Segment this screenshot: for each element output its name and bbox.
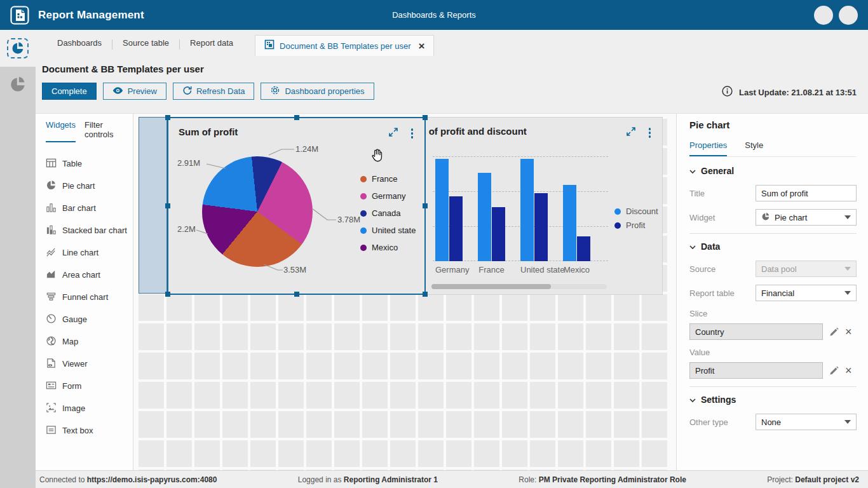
grid-cell bbox=[139, 323, 164, 350]
page-title: Document & BB Templates per user bbox=[42, 64, 858, 74]
slice-field[interactable]: Country bbox=[689, 323, 823, 340]
scrollbar-thumb[interactable] bbox=[431, 284, 551, 289]
widget-item-area-chart[interactable]: Area chart bbox=[46, 264, 133, 286]
chevron-down-icon bbox=[689, 395, 696, 405]
bar-chart-icon bbox=[46, 202, 57, 215]
pie-chart-widget[interactable]: Sum of profit bbox=[167, 117, 426, 295]
grid-cell bbox=[418, 353, 444, 379]
widget-item-gauge[interactable]: Gauge bbox=[46, 308, 133, 330]
tab-filter-controls[interactable]: Filter controls bbox=[85, 120, 133, 142]
tab-style[interactable]: Style bbox=[745, 140, 763, 156]
widget-menu-icon[interactable] bbox=[646, 127, 654, 139]
grid-cell bbox=[530, 323, 555, 350]
preview-button[interactable]: Preview bbox=[103, 83, 166, 100]
value-field[interactable]: Profit bbox=[689, 362, 823, 379]
grid-cell bbox=[222, 382, 248, 409]
gear-icon bbox=[270, 85, 280, 97]
widget-menu-icon[interactable] bbox=[409, 128, 416, 139]
tab-properties[interactable]: Properties bbox=[689, 140, 727, 156]
grid-cell bbox=[139, 411, 164, 438]
grid-cell bbox=[502, 440, 527, 467]
widget-item-text-box[interactable]: Text box bbox=[46, 419, 133, 442]
grid-cell bbox=[558, 382, 583, 409]
resize-handle[interactable] bbox=[423, 203, 428, 208]
hand-cursor-icon bbox=[370, 147, 384, 165]
tab-widgets[interactable]: Widgets bbox=[46, 120, 76, 142]
grid-cell bbox=[390, 440, 416, 467]
topbar-circle-button-2[interactable] bbox=[839, 6, 858, 25]
grid-cell bbox=[278, 440, 304, 467]
dashboard-properties-button[interactable]: Dashboard properties bbox=[261, 83, 374, 100]
grid-cell bbox=[222, 470, 248, 470]
expand-icon[interactable] bbox=[388, 127, 398, 140]
widget-item-form[interactable]: Form bbox=[46, 375, 133, 397]
bar-chart-widget[interactable]: Sum of profit and discount GermanyFrance… bbox=[412, 117, 663, 295]
remove-value-button[interactable]: × bbox=[845, 365, 852, 376]
edit-slice-button[interactable] bbox=[828, 326, 840, 338]
section-data[interactable]: Data bbox=[689, 241, 857, 252]
other-type-dropdown[interactable]: None bbox=[756, 414, 857, 430]
grid-cell bbox=[250, 411, 276, 438]
status-connected: Connected to https://demo.isis-papyrus.c… bbox=[39, 475, 217, 484]
resize-handle[interactable] bbox=[423, 115, 428, 120]
widget-item-funnel-chart[interactable]: Funnel chart bbox=[46, 286, 133, 308]
topbar-circle-button-1[interactable] bbox=[814, 6, 833, 25]
pie-chart-icon bbox=[761, 212, 770, 223]
widget-item-map[interactable]: Map bbox=[46, 330, 133, 353]
resize-handle[interactable] bbox=[423, 292, 428, 297]
widget-item-pie-chart[interactable]: Pie chart bbox=[46, 175, 133, 197]
resize-handle[interactable] bbox=[165, 203, 170, 208]
pie-chart-icon bbox=[46, 180, 57, 193]
grid-cell bbox=[446, 323, 471, 350]
widget-item-line-chart[interactable]: Line chart bbox=[46, 241, 133, 264]
widget-type-dropdown[interactable]: Pie chart bbox=[756, 209, 857, 226]
grid-cell bbox=[334, 382, 360, 409]
chevron-down-icon bbox=[689, 166, 696, 176]
resize-handle[interactable] bbox=[165, 292, 170, 297]
widget-item-bar-chart[interactable]: Bar chart bbox=[46, 197, 133, 219]
tab-source-table[interactable]: Source table bbox=[112, 38, 179, 56]
complete-button[interactable]: Complete bbox=[42, 83, 97, 100]
grid-cell bbox=[474, 353, 499, 379]
source-dropdown: Data pool bbox=[756, 261, 857, 277]
horizontal-scrollbar[interactable] bbox=[431, 284, 607, 289]
refresh-data-button[interactable]: Refresh Data bbox=[173, 83, 255, 100]
grid-cell bbox=[194, 470, 220, 470]
bar-group-germany bbox=[435, 159, 463, 261]
grid-cell bbox=[502, 470, 527, 470]
bar-categories: GermanyFranceUnited stateMexico bbox=[435, 265, 590, 274]
resize-handle[interactable] bbox=[294, 292, 299, 297]
grid-cell bbox=[166, 411, 192, 438]
section-general[interactable]: General bbox=[689, 166, 857, 176]
grid-cell bbox=[166, 323, 192, 350]
tab-document-bb-templates[interactable]: Document & BB Templates per user × bbox=[255, 35, 434, 56]
category-label: Mexico bbox=[563, 265, 590, 274]
grid-cell bbox=[586, 323, 611, 350]
grid-cell bbox=[530, 353, 555, 379]
grid-cell bbox=[362, 382, 388, 409]
section-settings[interactable]: Settings bbox=[689, 395, 857, 405]
rail-pie-chart-icon[interactable] bbox=[9, 76, 27, 96]
rail-dashboard-selected-icon[interactable] bbox=[7, 38, 29, 58]
remove-slice-button[interactable]: × bbox=[845, 326, 852, 337]
resize-handle[interactable] bbox=[165, 115, 170, 120]
tab-bar: Dashboards Source table Report data Docu… bbox=[36, 30, 868, 56]
grid-cell bbox=[558, 323, 583, 350]
widget-item-stacked-bar-chart[interactable]: Stacked bar chart bbox=[46, 219, 133, 241]
widget-item-viewer[interactable]: Viewer bbox=[46, 353, 133, 375]
report-table-dropdown[interactable]: Financial bbox=[756, 285, 857, 301]
close-tab-icon[interactable]: × bbox=[418, 41, 424, 51]
expand-icon[interactable] bbox=[626, 126, 636, 139]
resize-handle[interactable] bbox=[294, 115, 299, 120]
grid-cell bbox=[474, 440, 499, 467]
dashboard-canvas[interactable]: Sum of profit and discount GermanyFrance… bbox=[133, 114, 676, 470]
grid-cell bbox=[222, 323, 248, 350]
widget-item-image[interactable]: Image bbox=[46, 397, 133, 419]
tab-dashboards[interactable]: Dashboards bbox=[47, 38, 112, 56]
legend-item: Mexico bbox=[360, 243, 416, 252]
grid-cell bbox=[334, 411, 360, 438]
title-input[interactable]: Sum of profit bbox=[756, 185, 857, 201]
widget-item-table[interactable]: Table bbox=[46, 152, 133, 175]
tab-report-data[interactable]: Report data bbox=[180, 38, 243, 56]
edit-value-button[interactable] bbox=[828, 365, 840, 377]
